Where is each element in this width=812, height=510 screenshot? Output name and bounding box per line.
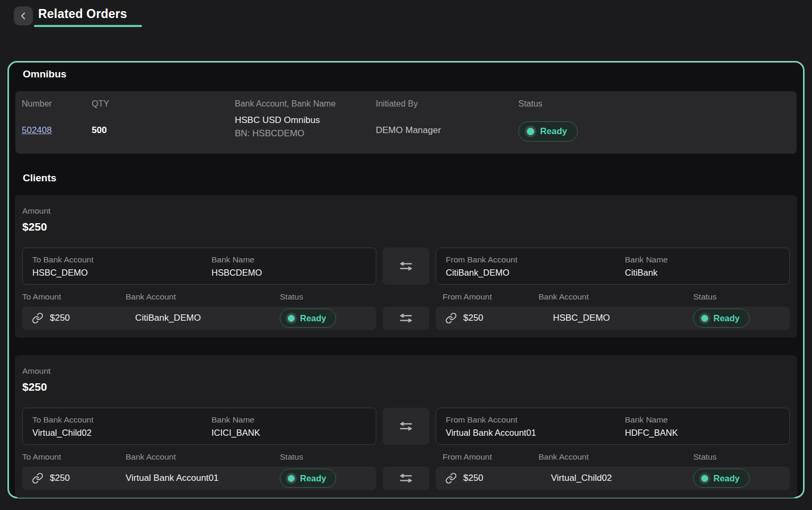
to-bank-account-cell: Virtual Bank Account01: [126, 473, 210, 483]
from-row-headers: From Amount Bank Account Status: [436, 292, 790, 302]
to-row-headers: To Amount Bank Account Status: [22, 292, 376, 302]
from-bank-account-panel: From Bank Account CitiBank_DEMO Bank Nam…: [436, 248, 790, 285]
client-card: Amount $250 To Bank Account HSBC_DEMO Ba…: [15, 195, 797, 338]
to-bank-account-value: Virtual_Child02: [32, 427, 211, 438]
amount-label: Amount: [22, 366, 790, 376]
status-badge: Ready: [693, 469, 749, 488]
omnibus-initiated-header: Initiated By: [376, 99, 518, 109]
from-bank-account-cell: Virtual_Child02: [539, 473, 624, 483]
status-badge-label: Ready: [300, 313, 326, 323]
bank-name-label: Bank Name: [211, 254, 366, 265]
status-header: Status: [693, 292, 790, 302]
status-dot-icon: [288, 315, 295, 322]
omnibus-qty-cell: QTY 500: [92, 99, 235, 154]
clients-section-title: Clients: [23, 172, 798, 184]
title-underline: [34, 25, 142, 27]
to-row-headers: To Amount Bank Account Status: [22, 452, 376, 462]
from-bank-account-label: From Bank Account: [446, 415, 625, 425]
status-badge-label: Ready: [713, 313, 740, 323]
from-transfer-row: $250 HSBC_DEMO Ready: [436, 306, 790, 330]
from-amount-header: From Amount: [443, 452, 539, 462]
to-bank-account-label: To Bank Account: [32, 415, 211, 425]
swap-arrows-icon: [398, 420, 414, 432]
bank-account-header: Bank Account: [539, 292, 693, 302]
status-badge-label: Ready: [713, 473, 740, 483]
omnibus-qty-value: 500: [92, 125, 235, 136]
to-bank-account-panel: To Bank Account HSBC_DEMO Bank Name HSBC…: [22, 248, 376, 285]
bank-name-label: Bank Name: [625, 415, 780, 425]
swap-transfer-button[interactable]: [383, 306, 429, 330]
from-amount-value: $250: [463, 313, 539, 323]
bank-account-header: Bank Account: [126, 452, 280, 462]
swap-arrows-icon: [398, 260, 414, 272]
omnibus-bank-account-value: HSBC USD Omnibus: [235, 113, 376, 127]
link-icon: [32, 312, 43, 324]
amount-value: $250: [22, 220, 790, 234]
back-button[interactable]: [14, 6, 33, 25]
page-header: Related Orders: [0, 0, 812, 50]
bank-name-value: HSBCDEMO: [211, 267, 366, 278]
status-badge: Ready: [518, 121, 578, 142]
bank-name-value: ICICI_BANK: [211, 427, 366, 438]
status-header: Status: [280, 452, 376, 462]
status-dot-icon: [288, 475, 295, 482]
omnibus-bank-header: Bank Account, Bank Name: [235, 99, 376, 109]
status-badge-label: Ready: [540, 126, 567, 137]
status-badge: Ready: [693, 309, 749, 328]
omnibus-number-header: Number: [22, 99, 92, 109]
related-orders-panel: Omnibus Number 502408 QTY 500 Bank Accou…: [7, 61, 805, 498]
from-bank-account-cell: HSBC_DEMO: [539, 313, 624, 323]
link-icon: [445, 472, 457, 484]
swap-transfer-button[interactable]: [383, 467, 429, 490]
omnibus-status-cell: Status Ready: [518, 99, 797, 154]
to-amount-value: $250: [50, 313, 126, 323]
amount-label: Amount: [22, 206, 790, 216]
link-icon: [445, 312, 457, 324]
link-icon: [32, 472, 43, 484]
to-transfer-row: $250 Virtual Bank Account01 Ready: [22, 467, 376, 490]
omnibus-order-row: Number 502408 QTY 500 Bank Account, Bank…: [15, 91, 797, 154]
omnibus-bank-name-value: BN: HSBCDEMO: [235, 127, 376, 140]
status-badge-label: Ready: [300, 473, 326, 483]
to-bank-account-label: To Bank Account: [32, 254, 211, 265]
omnibus-section-title: Omnibus: [23, 68, 798, 81]
swap-arrows-icon: [398, 472, 414, 484]
bank-name-label: Bank Name: [211, 415, 366, 425]
from-amount-header: From Amount: [443, 292, 539, 302]
page-title: Related Orders: [34, 7, 142, 21]
from-row-headers: From Amount Bank Account Status: [436, 452, 790, 462]
status-badge: Ready: [280, 309, 336, 328]
omnibus-bank-cell: Bank Account, Bank Name HSBC USD Omnibus…: [235, 99, 376, 154]
from-bank-account-value: Virtual Bank Account01: [446, 427, 625, 438]
to-amount-header: To Amount: [22, 452, 126, 462]
bank-account-header: Bank Account: [126, 292, 280, 302]
status-dot-icon: [701, 475, 708, 482]
amount-value: $250: [22, 380, 790, 394]
order-number-link[interactable]: 502408: [22, 125, 52, 135]
to-bank-account-panel: To Bank Account Virtual_Child02 Bank Nam…: [22, 408, 376, 445]
client-card: Amount $250 To Bank Account Virtual_Chil…: [15, 355, 797, 498]
to-transfer-row: $250 CitiBank_DEMO Ready: [22, 306, 376, 330]
omnibus-status-header: Status: [518, 99, 797, 109]
omnibus-qty-header: QTY: [92, 99, 235, 109]
status-dot-icon: [701, 315, 708, 322]
to-bank-account-value: HSBC_DEMO: [32, 267, 211, 278]
swap-transfer-button[interactable]: [383, 408, 429, 445]
swap-transfer-button[interactable]: [383, 248, 429, 285]
from-bank-account-label: From Bank Account: [446, 254, 625, 265]
status-header: Status: [693, 452, 790, 462]
from-transfer-row: $250 Virtual_Child02 Ready: [436, 467, 790, 490]
from-amount-value: $250: [463, 473, 539, 483]
bank-name-label: Bank Name: [625, 254, 780, 265]
omnibus-initiated-value: DEMO Manager: [376, 125, 518, 136]
bank-name-value: HDFC_BANK: [625, 427, 780, 438]
swap-arrows-icon: [398, 312, 414, 324]
omnibus-initiated-cell: Initiated By DEMO Manager: [376, 99, 518, 154]
from-bank-account-panel: From Bank Account Virtual Bank Account01…: [436, 408, 790, 445]
omnibus-number-cell: Number 502408: [22, 99, 92, 154]
chevron-left-icon: [18, 11, 29, 21]
bank-account-header: Bank Account: [539, 452, 693, 462]
status-header: Status: [280, 292, 376, 302]
bank-name-value: CitiBank: [625, 267, 780, 278]
status-badge: Ready: [280, 469, 336, 488]
